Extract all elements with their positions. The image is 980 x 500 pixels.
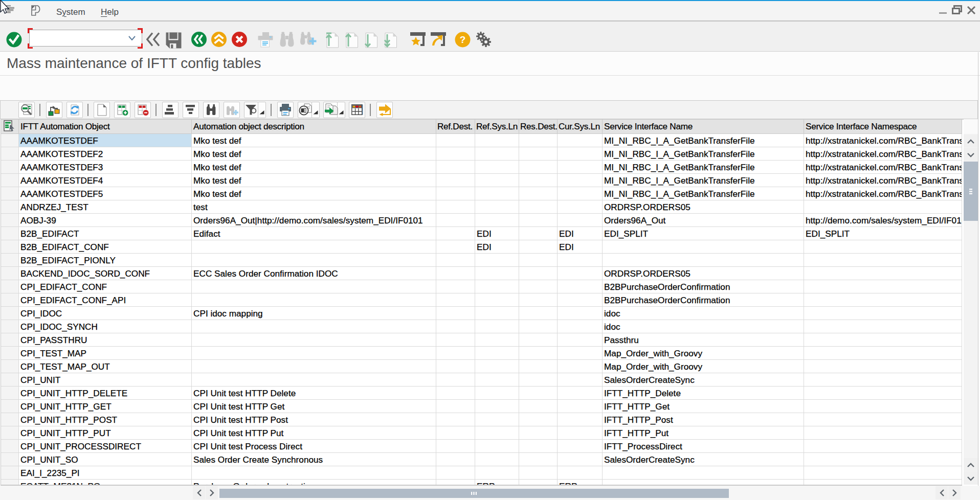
svg-text:?: ? bbox=[460, 34, 466, 45]
